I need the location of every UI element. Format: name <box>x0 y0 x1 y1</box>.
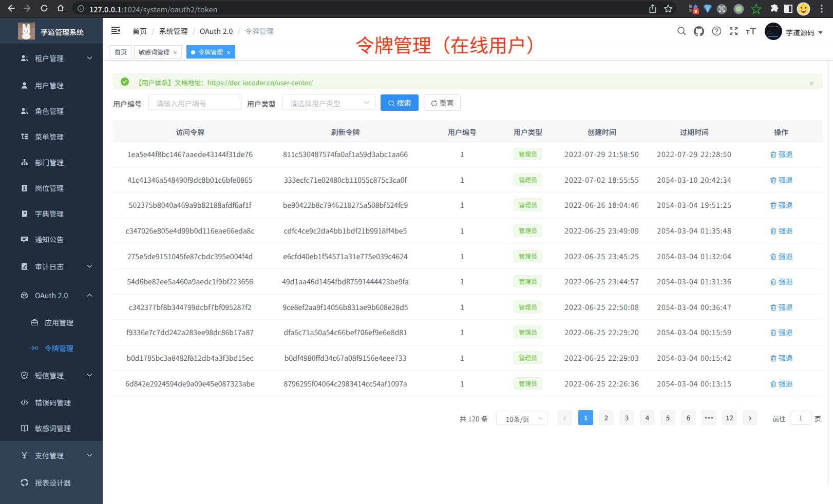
svg-text:9: 9 <box>694 8 697 14</box>
